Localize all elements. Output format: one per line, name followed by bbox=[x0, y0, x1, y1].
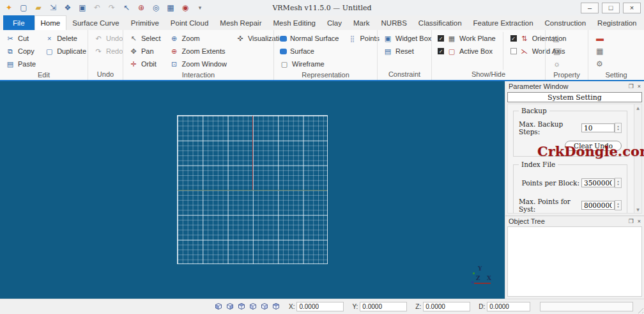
max-backup-steps-spinner[interactable]: ▴▾ bbox=[615, 123, 622, 133]
grid-view-icon[interactable]: ▦ bbox=[166, 4, 175, 12]
view-top-button[interactable] bbox=[260, 302, 269, 311]
tab-file[interactable]: File bbox=[3, 15, 34, 30]
redo-button[interactable]: ↷Redo bbox=[92, 45, 125, 58]
tab-feature-extraction[interactable]: Feature Extraction bbox=[468, 15, 539, 30]
tab-clay[interactable]: Clay bbox=[321, 15, 348, 30]
surface-button[interactable]: Surface bbox=[278, 45, 341, 58]
y-coord-field[interactable] bbox=[360, 302, 407, 311]
tab-mesh-repair[interactable]: Mesh Repair bbox=[214, 15, 267, 30]
curve-setting-button[interactable]: ▬ bbox=[592, 32, 604, 45]
copy-button[interactable]: ⧉Copy bbox=[4, 45, 38, 58]
delete-button[interactable]: ×Delete bbox=[43, 32, 88, 45]
scroll-up-icon[interactable]: ▲ bbox=[634, 106, 641, 110]
object-property-button[interactable]: ▤ bbox=[549, 45, 560, 58]
d-coord-field[interactable] bbox=[487, 302, 530, 311]
x-coord-field[interactable] bbox=[296, 302, 344, 311]
max-points-system-spinner[interactable]: ▴▾ bbox=[615, 200, 622, 210]
points-per-block-input[interactable] bbox=[581, 178, 615, 187]
work-plane-toggle[interactable]: ✓▦Work Plane bbox=[436, 32, 498, 45]
tab-construction[interactable]: Construction bbox=[539, 15, 592, 30]
view-front-button[interactable] bbox=[214, 302, 223, 311]
parameter-window-titlebar: Parameter Window ❐ × bbox=[505, 81, 644, 91]
scroll-down-icon[interactable]: ▼ bbox=[634, 207, 641, 212]
qat-overflow-icon[interactable]: ▾ bbox=[195, 4, 204, 12]
select-cursor-icon[interactable]: ↖ bbox=[122, 4, 131, 12]
render-mode-icon[interactable]: ◉ bbox=[181, 4, 190, 12]
close-panel-icon[interactable]: × bbox=[638, 218, 641, 224]
open-file-icon[interactable]: ▰ bbox=[34, 4, 43, 12]
world-axis-icon: ⋋ bbox=[520, 47, 529, 56]
tab-nurbs[interactable]: NURBS bbox=[376, 15, 413, 30]
points-per-block-spinner[interactable]: ▴▾ bbox=[615, 178, 622, 188]
view-left-button[interactable] bbox=[237, 302, 246, 311]
work-plane-checkbox[interactable]: ✓ bbox=[438, 35, 444, 42]
new-file-icon[interactable]: ▢ bbox=[19, 4, 28, 12]
import-icon[interactable]: ⇲ bbox=[49, 4, 57, 12]
tab-home[interactable]: Home bbox=[34, 15, 67, 30]
save-icon[interactable]: ▣ bbox=[78, 4, 87, 12]
angle-property-button[interactable]: ◺ bbox=[549, 32, 560, 45]
tab-registration[interactable]: Registration bbox=[592, 15, 642, 30]
tab-classification[interactable]: Classification bbox=[413, 15, 468, 30]
active-box-toggle[interactable]: ✓▢Active Box bbox=[436, 45, 498, 58]
object-tree-content[interactable] bbox=[507, 226, 642, 297]
points-button[interactable]: ⣿Points bbox=[346, 32, 381, 45]
points-icon: ⣿ bbox=[348, 35, 356, 42]
paste-button[interactable]: ▤Paste bbox=[4, 58, 38, 70]
maximize-button[interactable]: □ bbox=[602, 3, 620, 13]
undo-button[interactable]: ↶Undo bbox=[92, 32, 125, 45]
tab-mark[interactable]: Mark bbox=[348, 15, 376, 30]
grid-setting-button[interactable]: ▦ bbox=[592, 45, 604, 58]
select-button[interactable]: ↖Select bbox=[127, 32, 163, 45]
zoom-extents-icon[interactable]: ⊕ bbox=[137, 4, 146, 12]
system-setting-button[interactable]: ⚙ bbox=[592, 58, 604, 70]
view-back-button[interactable] bbox=[226, 302, 234, 311]
tab-surface-curve[interactable]: Surface Curve bbox=[66, 15, 125, 30]
float-panel-icon[interactable]: ❐ bbox=[629, 218, 634, 224]
license-icon[interactable]: ❖ bbox=[63, 4, 72, 12]
zoom-window-icon[interactable]: ◎ bbox=[151, 4, 160, 12]
pan-button[interactable]: ✥Pan bbox=[127, 45, 163, 58]
view-bottom-button[interactable] bbox=[272, 302, 280, 311]
system-setting-header[interactable]: System Setting bbox=[507, 92, 642, 102]
normal-surface-icon bbox=[280, 36, 287, 42]
view-right-button[interactable] bbox=[249, 302, 257, 311]
viewport-3d[interactable]: Y Z X bbox=[0, 81, 505, 299]
coordinate-readout: X: Y: Z: D: bbox=[289, 302, 539, 311]
ribbon-group-undo: ↶Undo ↷Redo Undo bbox=[88, 30, 123, 80]
tab-mesh-editing[interactable]: Mesh Editing bbox=[268, 15, 321, 30]
duplicate-icon: ▢ bbox=[45, 47, 54, 56]
max-points-system-input[interactable] bbox=[581, 201, 615, 210]
orientation-checkbox[interactable]: ✓ bbox=[510, 35, 517, 42]
object-property-icon: ▤ bbox=[553, 47, 560, 56]
light-button[interactable]: ☼ bbox=[549, 58, 560, 70]
world-axis-checkbox[interactable] bbox=[510, 48, 517, 54]
group-label-setting: Setting bbox=[592, 70, 640, 80]
normal-surface-button[interactable]: Normal Surface bbox=[278, 32, 341, 45]
quick-access-toolbar: ✦ ▢ ▰ ⇲ ❖ ▣ ↶ ↷ ↖ ⊕ ◎ ▦ ◉ ▾ bbox=[0, 4, 204, 12]
undo-icon[interactable]: ↶ bbox=[93, 4, 102, 12]
angle-property-icon: ◺ bbox=[553, 34, 559, 43]
active-box-checkbox[interactable]: ✓ bbox=[438, 48, 444, 54]
close-panel-icon[interactable]: × bbox=[638, 83, 641, 90]
reset-button[interactable]: ▤Reset bbox=[381, 45, 433, 58]
zoom-window-button[interactable]: ⊡Zoom Window bbox=[168, 58, 229, 70]
group-label-undo: Undo bbox=[92, 70, 119, 80]
ribbon-home: ✂Cut ⧉Copy ▤Paste ×Delete ▢Duplicate Edi… bbox=[0, 30, 644, 81]
max-backup-steps-input[interactable] bbox=[581, 123, 615, 132]
orbit-button[interactable]: ✛Orbit bbox=[127, 58, 163, 70]
cut-button[interactable]: ✂Cut bbox=[4, 32, 38, 45]
float-panel-icon[interactable]: ❐ bbox=[629, 83, 634, 90]
duplicate-button[interactable]: ▢Duplicate bbox=[43, 45, 88, 58]
close-button[interactable]: × bbox=[623, 3, 641, 13]
wireframe-button[interactable]: ▢Wireframe bbox=[278, 58, 341, 70]
tab-point-cloud[interactable]: Point Cloud bbox=[165, 15, 214, 30]
resize-grip[interactable] bbox=[636, 306, 643, 313]
zoom-extents-button[interactable]: ⊕Zoom Extents bbox=[168, 45, 229, 58]
z-coord-field[interactable] bbox=[423, 302, 470, 311]
minimize-button[interactable]: – bbox=[581, 3, 599, 13]
zoom-button[interactable]: ⊕Zoom bbox=[168, 32, 229, 45]
tab-primitive[interactable]: Primitive bbox=[125, 15, 165, 30]
redo-icon[interactable]: ↷ bbox=[107, 4, 116, 12]
widget-box-button[interactable]: ▣Widget Box bbox=[381, 32, 433, 45]
